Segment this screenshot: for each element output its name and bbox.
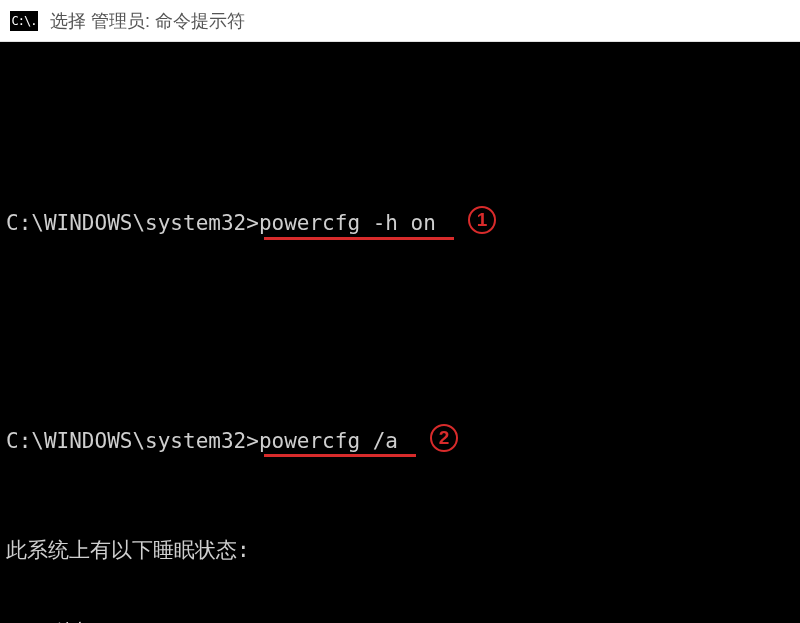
available-header: 此系统上有以下睡眠状态:	[6, 537, 796, 564]
cmd-window: C:\. 选择 管理员: 命令提示符 C:\WINDOWS\system32>p…	[0, 0, 800, 623]
command-line-1: C:\WINDOWS\system32>powercfg -h on1	[6, 210, 796, 237]
titlebar[interactable]: C:\. 选择 管理员: 命令提示符	[0, 0, 800, 42]
annotation-underline-2	[264, 454, 416, 457]
command-line-2: C:\WINDOWS\system32>powercfg /a2	[6, 428, 796, 455]
cmd-icon: C:\.	[10, 11, 38, 31]
annotation-underline-1	[264, 237, 454, 240]
prompt-1: C:\WINDOWS\system32>	[6, 211, 259, 235]
terminal-area[interactable]: C:\WINDOWS\system32>powercfg -h on1 C:\W…	[0, 42, 800, 623]
annotation-circle-1: 1	[468, 206, 496, 234]
annotation-circle-2: 2	[430, 424, 458, 452]
window-title: 选择 管理员: 命令提示符	[50, 9, 245, 33]
cmd-2-text: powercfg /a	[259, 429, 398, 453]
prompt-2: C:\WINDOWS\system32>	[6, 429, 259, 453]
state-s3: 待机 (S3)	[6, 619, 796, 623]
cmd-1-text: powercfg -h on	[259, 211, 436, 235]
